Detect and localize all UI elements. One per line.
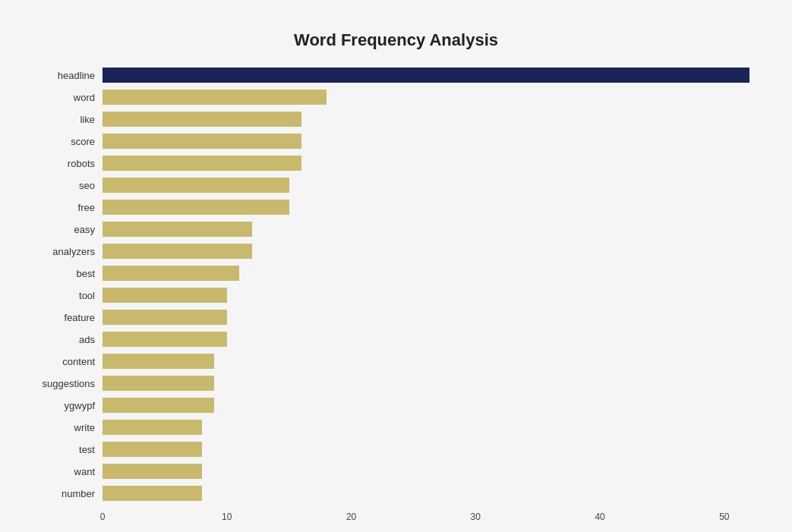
bar-track (103, 376, 762, 391)
chart-container: Word Frequency Analysis headlinewordlike… (15, 15, 777, 532)
bar-track (103, 420, 762, 435)
bar-track-wrapper (103, 90, 762, 105)
bar-track-wrapper (103, 288, 762, 303)
bar-track-wrapper (103, 266, 762, 281)
bar-row: best (30, 263, 762, 283)
bar-fill (103, 376, 214, 391)
bar-row: score (30, 131, 762, 151)
bar-track (103, 200, 762, 215)
bar-row: easy (30, 219, 762, 239)
bar-label: tool (30, 290, 103, 301)
bar-label: headline (30, 70, 103, 81)
bar-label: ads (30, 334, 103, 345)
bar-track-wrapper (103, 178, 762, 193)
bar-fill (103, 134, 301, 149)
bar-track-wrapper (103, 68, 762, 83)
bar-track (103, 442, 762, 457)
bar-fill (103, 332, 227, 347)
bar-track (103, 90, 762, 105)
bar-track-wrapper (103, 244, 762, 259)
bar-fill (103, 464, 202, 479)
bar-track (103, 156, 762, 171)
x-tick: 10 (222, 512, 232, 522)
bar-track (103, 68, 762, 83)
bar-label: analyzers (30, 246, 103, 257)
bar-track-wrapper (103, 464, 762, 479)
bar-track (103, 398, 762, 413)
bar-track-wrapper (103, 222, 762, 237)
bar-track (103, 266, 762, 281)
bar-label: like (30, 114, 103, 125)
bar-track-wrapper (103, 420, 762, 435)
bar-fill (103, 420, 202, 435)
bar-track-wrapper (103, 376, 762, 391)
bar-track-wrapper (103, 156, 762, 171)
chart-title: Word Frequency Analysis (30, 30, 762, 50)
bar-row: robots (30, 153, 762, 173)
bar-row: ads (30, 329, 762, 349)
bar-track (103, 112, 762, 127)
bar-track (103, 134, 762, 149)
bar-track (103, 178, 762, 193)
bar-label: free (30, 202, 103, 213)
bar-row: want (30, 461, 762, 481)
bar-label: seo (30, 180, 103, 191)
bar-track-wrapper (103, 398, 762, 413)
bar-track-wrapper (103, 486, 762, 501)
bar-track-wrapper (103, 332, 762, 347)
bar-fill (103, 310, 227, 325)
bar-track-wrapper (103, 442, 762, 457)
x-tick: 0 (100, 512, 106, 522)
bar-fill (103, 486, 202, 501)
bar-row: seo (30, 175, 762, 195)
bar-label: write (30, 422, 103, 433)
bar-fill (103, 90, 327, 105)
x-tick: 20 (346, 512, 356, 522)
x-tick: 40 (595, 512, 604, 522)
bar-label: robots (30, 158, 103, 169)
bar-row: free (30, 197, 762, 217)
bar-fill (103, 156, 301, 171)
bar-track-wrapper (103, 310, 762, 325)
bar-label: content (30, 356, 103, 367)
bar-row: headline (30, 65, 762, 85)
bar-track (103, 332, 762, 347)
bar-label: score (30, 136, 103, 147)
bar-track (103, 288, 762, 303)
bar-fill (103, 288, 227, 303)
bar-fill (103, 178, 289, 193)
bar-fill (103, 112, 301, 127)
bar-track (103, 354, 762, 369)
bar-row: number (30, 483, 762, 503)
bar-label: feature (30, 312, 103, 323)
bar-fill (103, 266, 239, 281)
bar-label: ygwypf (30, 400, 103, 411)
bar-row: analyzers (30, 241, 762, 261)
bar-fill (103, 222, 252, 237)
bar-label: want (30, 466, 103, 477)
x-axis: 01020304050 (30, 512, 762, 530)
bar-track (103, 486, 762, 501)
bar-label: word (30, 92, 103, 103)
bar-row: tool (30, 285, 762, 305)
bar-track-wrapper (103, 200, 762, 215)
bar-label: test (30, 444, 103, 455)
bar-fill (103, 354, 214, 369)
bar-track-wrapper (103, 134, 762, 149)
bar-fill (103, 442, 202, 457)
bar-fill (103, 398, 214, 413)
bar-row: suggestions (30, 373, 762, 393)
bar-track (103, 222, 762, 237)
bar-track (103, 464, 762, 479)
bar-row: like (30, 109, 762, 129)
bar-track-wrapper (103, 112, 762, 127)
bar-track (103, 244, 762, 259)
bar-row: test (30, 439, 762, 459)
chart-area: headlinewordlikescorerobotsseofreeeasyan… (30, 65, 762, 505)
bar-label: suggestions (30, 378, 103, 389)
bar-row: ygwypf (30, 395, 762, 415)
bar-row: word (30, 87, 762, 107)
bar-label: easy (30, 224, 103, 235)
bar-row: write (30, 417, 762, 437)
x-tick: 50 (719, 512, 729, 522)
